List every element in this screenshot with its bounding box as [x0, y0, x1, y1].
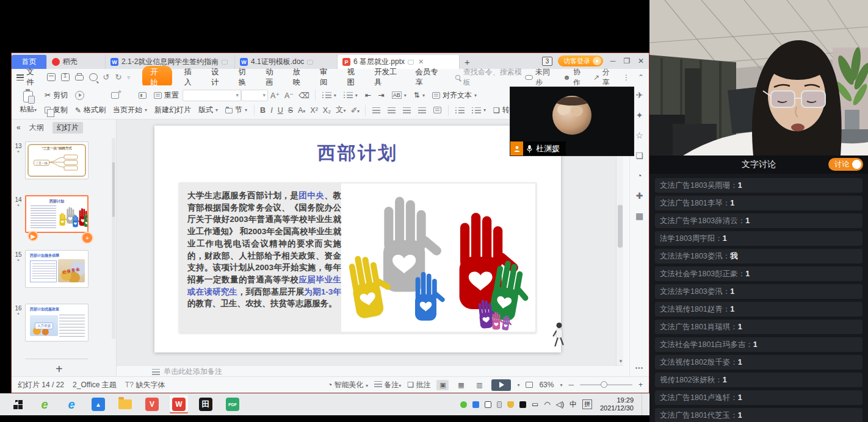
share-button[interactable]: ↗ 分享 — [593, 67, 615, 88]
format-painter-button[interactable]: ✎格式刷 — [75, 105, 106, 115]
tab-document-1[interactable]: 稻壳 — [47, 55, 106, 69]
save-icon[interactable] — [47, 73, 56, 81]
bullet-list-button[interactable]: ▾ — [322, 92, 336, 98]
comments-button[interactable]: ❏ 批注 — [407, 380, 430, 390]
increase-indent-button[interactable]: ⇥ — [378, 91, 385, 99]
add-slide-button[interactable]: + — [56, 362, 63, 376]
bold-button[interactable]: B — [260, 106, 266, 115]
taskbar-ie-blue-icon[interactable]: e — [62, 395, 81, 413]
justify-button[interactable] — [418, 107, 426, 113]
customize-caret-icon[interactable]: ▿ — [127, 74, 130, 80]
ribbon-tab-2[interactable]: 切换 — [232, 67, 259, 88]
print-icon[interactable] — [75, 75, 84, 80]
tray-ime-indicator[interactable]: 拼 — [582, 399, 592, 409]
tray-usb-icon[interactable] — [497, 401, 502, 408]
tray-messenger-icon[interactable] — [460, 401, 467, 408]
align-left-button[interactable] — [372, 107, 380, 113]
thumb-add-button[interactable]: + — [81, 232, 93, 244]
taskbar-pdf-icon[interactable]: PDF — [223, 395, 242, 413]
more-menu-icon[interactable]: ⋮ — [623, 73, 630, 82]
slide-thumbnail-15[interactable]: 西部计划服务保障社保基金 — [25, 250, 89, 288]
decrease-indent-button[interactable]: ⇤ — [365, 91, 371, 99]
thumb-play-button[interactable]: ▶ — [27, 231, 38, 241]
slide-title[interactable]: 西部计划 — [154, 141, 561, 166]
file-menu[interactable]: 文件 — [16, 67, 41, 88]
tab-slides[interactable]: 幻灯片 — [52, 122, 83, 134]
slide-thumbnail-13[interactable]: “三支一扶”招聘方式三支一扶 — [25, 141, 89, 179]
align-center-button[interactable] — [388, 107, 396, 113]
zoom-out-button[interactable]: ─ — [568, 381, 574, 389]
play-options-caret[interactable]: ▾ — [517, 382, 519, 388]
shapes-icon[interactable]: ✚ — [636, 191, 643, 201]
slide-editor-canvas[interactable]: 西部计划 大学生志愿服务西部计划，是团中央、教育部根据国务院常务会议、《国务院办… — [117, 120, 623, 365]
presenter-video-overlay[interactable]: 杜渊媛 — [510, 87, 634, 156]
effects-icon[interactable]: ☆ — [635, 131, 643, 140]
chat-message-list[interactable]: 文法广告1803吴雨珊：1文法广告1801李琴：1文法广告学1803薛清云：1法… — [649, 174, 868, 422]
para-spacing-1-button[interactable] — [455, 107, 465, 113]
multi-window-icon[interactable]: ❏ — [635, 151, 643, 160]
tray-network-icon[interactable]: ◠ — [544, 400, 550, 409]
slide-body-text[interactable]: 大学生志愿服务西部计划，是团中央、教育部根据国务院常务会议、《国务院办公厅关于做… — [187, 190, 341, 310]
taskbar-ie-green-icon[interactable]: e — [35, 395, 54, 413]
taskbar-app-grid-icon[interactable]: 田 — [197, 395, 215, 413]
image-tools-icon[interactable]: ▦ — [635, 211, 643, 221]
strikethrough-button[interactable]: S — [288, 106, 293, 115]
window-count-badge[interactable]: 3 — [542, 57, 552, 66]
text-effect-button[interactable]: 文▾ — [336, 105, 346, 115]
command-search[interactable]: 查找命令、搜索模板 — [455, 67, 525, 88]
sync-status[interactable]: 未同步 — [525, 67, 555, 88]
align-right-button[interactable] — [403, 107, 411, 113]
notes-bar[interactable]: 单击此处添加备注 — [117, 365, 623, 377]
para-spacing-2-button[interactable]: ▾ — [472, 107, 486, 113]
tray-media-icon[interactable] — [519, 401, 526, 408]
copy-button[interactable]: 复制 — [45, 105, 68, 115]
missing-font-warning[interactable]: T? 缺失字体 — [125, 380, 165, 390]
undo-icon[interactable]: ↺ — [103, 73, 110, 82]
ribbon-tab-7[interactable]: 开发工具 — [367, 67, 408, 88]
decrease-font-icon[interactable]: A⁻ — [284, 91, 294, 100]
taskbar-wps-icon[interactable]: W — [170, 395, 188, 413]
italic-button[interactable]: I — [270, 106, 272, 115]
superscript-button[interactable]: X² — [310, 106, 318, 115]
text-direction-button[interactable]: AB▾ — [392, 91, 407, 99]
taskbar-clock[interactable]: 19:29 2021/12/30 — [600, 396, 634, 412]
panel-scrollbar[interactable] — [112, 138, 115, 339]
taskbar-app-mountain-icon[interactable]: ▲ — [89, 395, 107, 413]
slide-canvas[interactable]: 西部计划 大学生志愿服务西部计划，是团中央、教育部根据国务院常务会议、《国务院办… — [154, 126, 561, 352]
reading-view-button[interactable]: ▥ — [473, 380, 485, 390]
slide-content-box[interactable]: 大学生志愿服务西部计划，是团中央、教育部根据国务院常务会议、《国务院办公厅关于做… — [179, 182, 537, 333]
tray-security-shield-icon[interactable] — [507, 401, 514, 408]
notes-toggle-button[interactable]: 备注▾ — [374, 380, 401, 390]
beautify-button[interactable]: ◔ 智能美化 ▾ — [328, 380, 368, 390]
reset-button[interactable]: 重置 — [154, 90, 179, 101]
taskbar-start-icon[interactable] — [9, 395, 27, 413]
cut-button[interactable]: ✂剪切 — [45, 90, 68, 101]
taskbar-file-explorer-icon[interactable] — [116, 395, 134, 413]
redo-icon[interactable]: ↻ — [115, 73, 121, 82]
paste-button[interactable]: 粘贴▾ — [15, 88, 41, 118]
tray-volume-icon[interactable]: ◁) — [556, 400, 564, 409]
fit-to-window-icon[interactable] — [526, 382, 533, 388]
close-button[interactable]: ✕ — [637, 57, 645, 65]
hands-heart-image[interactable] — [341, 184, 535, 332]
highlight-button[interactable]: ✐▾ — [351, 106, 360, 115]
zoom-in-button[interactable]: + — [638, 381, 643, 389]
close-tab-icon[interactable]: ✕ — [418, 58, 424, 66]
normal-view-button[interactable]: ▣ — [436, 380, 449, 390]
discussion-toggle[interactable]: 讨论 — [828, 158, 863, 171]
theme-name[interactable]: 2_Office 主题 — [73, 380, 117, 390]
font-size-combo[interactable]: ▾ — [241, 90, 268, 101]
taskbar-app-red-icon[interactable]: V — [143, 395, 161, 413]
restore-button[interactable]: ❐ — [623, 57, 631, 65]
sorter-view-button[interactable]: ▦ — [455, 380, 467, 390]
underline-button[interactable]: U — [278, 106, 283, 115]
zoom-slider[interactable] — [580, 384, 632, 385]
section-button[interactable]: 节▾ — [225, 105, 247, 115]
play-from-page-button[interactable]: 当页开始▾ — [113, 105, 147, 115]
new-slide-icon-button[interactable] — [111, 92, 119, 99]
zoom-level[interactable]: 63% — [539, 381, 554, 389]
layout-icon-button[interactable] — [139, 92, 146, 99]
tray-battery-icon[interactable]: ▭ — [532, 400, 538, 409]
ribbon-tab-4[interactable]: 放映 — [286, 67, 314, 88]
ribbon-tab-3[interactable]: 动画 — [259, 67, 286, 88]
